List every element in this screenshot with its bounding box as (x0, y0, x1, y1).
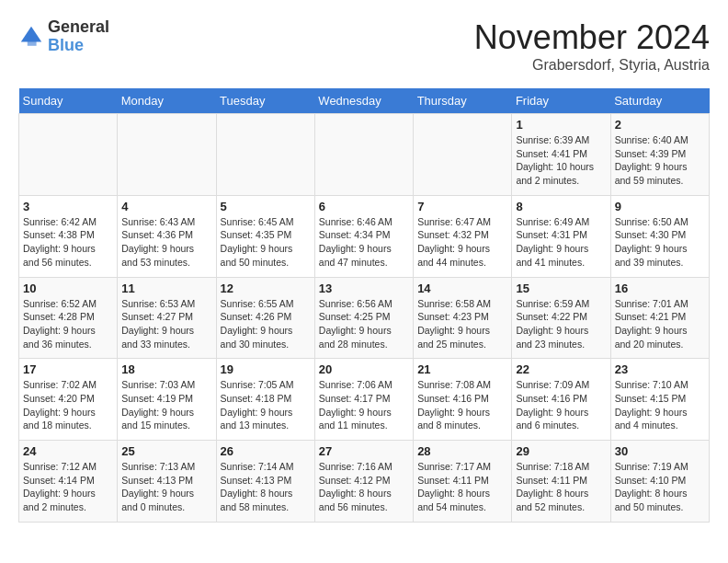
day-number: 27 (319, 444, 409, 458)
day-info: Sunrise: 6:58 AM Sunset: 4:23 PM Dayligh… (417, 297, 507, 351)
day-info: Sunrise: 6:53 AM Sunset: 4:27 PM Dayligh… (121, 297, 211, 351)
calendar-cell: 13Sunrise: 6:56 AM Sunset: 4:25 PM Dayli… (314, 277, 413, 359)
calendar-cell (118, 114, 216, 196)
day-number: 7 (417, 200, 507, 213)
day-info: Sunrise: 7:09 AM Sunset: 4:16 PM Dayligh… (516, 378, 606, 432)
day-info: Sunrise: 7:13 AM Sunset: 4:13 PM Dayligh… (121, 460, 211, 514)
calendar-cell: 26Sunrise: 7:14 AM Sunset: 4:13 PM Dayli… (216, 441, 314, 523)
calendar-body: 1Sunrise: 6:39 AM Sunset: 4:41 PM Daylig… (19, 114, 710, 523)
day-info: Sunrise: 6:42 AM Sunset: 4:38 PM Dayligh… (23, 215, 113, 270)
day-number: 8 (516, 200, 606, 213)
day-info: Sunrise: 6:47 AM Sunset: 4:32 PM Dayligh… (417, 215, 507, 270)
day-number: 20 (319, 362, 409, 376)
calendar-cell (216, 114, 314, 196)
page-header: General Blue November 2024 Grabersdorf, … (18, 18, 710, 74)
weekday-header-thursday: Thursday (414, 88, 512, 114)
calendar-cell: 22Sunrise: 7:09 AM Sunset: 4:16 PM Dayli… (512, 359, 610, 441)
day-number: 29 (516, 444, 606, 458)
day-number: 30 (615, 444, 705, 458)
logo: General Blue (18, 18, 109, 55)
week-row-1: 1Sunrise: 6:39 AM Sunset: 4:41 PM Daylig… (19, 114, 710, 196)
calendar-cell: 21Sunrise: 7:08 AM Sunset: 4:16 PM Dayli… (414, 359, 512, 441)
day-number: 22 (516, 362, 606, 376)
calendar-cell: 12Sunrise: 6:55 AM Sunset: 4:26 PM Dayli… (216, 277, 314, 359)
calendar-header: SundayMondayTuesdayWednesdayThursdayFrid… (19, 88, 710, 114)
day-number: 2 (615, 118, 705, 132)
calendar-cell: 15Sunrise: 6:59 AM Sunset: 4:22 PM Dayli… (512, 277, 610, 359)
day-info: Sunrise: 7:10 AM Sunset: 4:15 PM Dayligh… (615, 378, 705, 432)
month-title: November 2024 (474, 18, 710, 57)
calendar-cell: 4Sunrise: 6:43 AM Sunset: 4:36 PM Daylig… (118, 195, 216, 277)
calendar-cell: 9Sunrise: 6:50 AM Sunset: 4:30 PM Daylig… (610, 195, 709, 277)
weekday-header-wednesday: Wednesday (314, 88, 413, 114)
day-info: Sunrise: 6:45 AM Sunset: 4:35 PM Dayligh… (221, 215, 311, 270)
day-number: 3 (23, 200, 113, 213)
calendar-cell: 19Sunrise: 7:05 AM Sunset: 4:18 PM Dayli… (216, 359, 314, 441)
day-number: 24 (23, 444, 113, 458)
day-info: Sunrise: 6:46 AM Sunset: 4:34 PM Dayligh… (319, 215, 409, 270)
day-number: 14 (417, 282, 507, 295)
weekday-header-tuesday: Tuesday (216, 88, 314, 114)
day-info: Sunrise: 6:40 AM Sunset: 4:39 PM Dayligh… (615, 133, 705, 188)
calendar-table: SundayMondayTuesdayWednesdayThursdayFrid… (18, 88, 710, 523)
day-info: Sunrise: 7:01 AM Sunset: 4:21 PM Dayligh… (615, 297, 705, 351)
calendar-cell: 14Sunrise: 6:58 AM Sunset: 4:23 PM Dayli… (414, 277, 512, 359)
day-info: Sunrise: 7:08 AM Sunset: 4:16 PM Dayligh… (417, 378, 507, 432)
calendar-cell: 23Sunrise: 7:10 AM Sunset: 4:15 PM Dayli… (610, 359, 709, 441)
day-number: 16 (615, 282, 705, 295)
day-info: Sunrise: 6:50 AM Sunset: 4:30 PM Dayligh… (615, 215, 705, 270)
calendar-cell: 11Sunrise: 6:53 AM Sunset: 4:27 PM Dayli… (118, 277, 216, 359)
day-number: 19 (221, 362, 311, 376)
calendar-cell: 16Sunrise: 7:01 AM Sunset: 4:21 PM Dayli… (610, 277, 709, 359)
logo-blue: Blue (48, 36, 84, 54)
calendar-cell: 5Sunrise: 6:45 AM Sunset: 4:35 PM Daylig… (216, 195, 314, 277)
day-info: Sunrise: 6:55 AM Sunset: 4:26 PM Dayligh… (221, 297, 311, 351)
day-number: 13 (319, 282, 409, 295)
calendar-cell (414, 114, 512, 196)
calendar-cell: 7Sunrise: 6:47 AM Sunset: 4:32 PM Daylig… (414, 195, 512, 277)
location: Grabersdorf, Styria, Austria (474, 57, 710, 74)
weekday-row: SundayMondayTuesdayWednesdayThursdayFrid… (19, 88, 710, 114)
day-info: Sunrise: 6:49 AM Sunset: 4:31 PM Dayligh… (516, 215, 606, 270)
day-info: Sunrise: 7:14 AM Sunset: 4:13 PM Dayligh… (221, 460, 311, 514)
week-row-4: 17Sunrise: 7:02 AM Sunset: 4:20 PM Dayli… (19, 359, 710, 441)
calendar-cell: 6Sunrise: 6:46 AM Sunset: 4:34 PM Daylig… (314, 195, 413, 277)
day-info: Sunrise: 7:05 AM Sunset: 4:18 PM Dayligh… (221, 378, 311, 432)
calendar-cell: 25Sunrise: 7:13 AM Sunset: 4:13 PM Dayli… (118, 441, 216, 523)
day-info: Sunrise: 6:59 AM Sunset: 4:22 PM Dayligh… (516, 297, 606, 351)
weekday-header-sunday: Sunday (19, 88, 118, 114)
day-number: 12 (221, 282, 311, 295)
day-number: 1 (516, 118, 606, 132)
title-block: November 2024 Grabersdorf, Styria, Austr… (474, 18, 710, 74)
calendar-cell: 29Sunrise: 7:18 AM Sunset: 4:11 PM Dayli… (512, 441, 610, 523)
day-info: Sunrise: 7:03 AM Sunset: 4:19 PM Dayligh… (121, 378, 211, 432)
day-number: 5 (221, 200, 311, 213)
day-info: Sunrise: 7:18 AM Sunset: 4:11 PM Dayligh… (516, 460, 606, 514)
day-number: 26 (221, 444, 311, 458)
logo-general: General (48, 17, 109, 36)
day-info: Sunrise: 6:39 AM Sunset: 4:41 PM Dayligh… (516, 133, 606, 188)
day-info: Sunrise: 6:56 AM Sunset: 4:25 PM Dayligh… (319, 297, 409, 351)
day-number: 25 (121, 444, 211, 458)
week-row-3: 10Sunrise: 6:52 AM Sunset: 4:28 PM Dayli… (19, 277, 710, 359)
day-number: 18 (121, 362, 211, 376)
day-number: 23 (615, 362, 705, 376)
day-number: 10 (23, 282, 113, 295)
calendar-cell: 1Sunrise: 6:39 AM Sunset: 4:41 PM Daylig… (512, 114, 610, 196)
svg-marker-1 (28, 35, 37, 45)
calendar-cell: 30Sunrise: 7:19 AM Sunset: 4:10 PM Dayli… (610, 441, 709, 523)
day-info: Sunrise: 7:17 AM Sunset: 4:11 PM Dayligh… (417, 460, 507, 514)
logo-icon (18, 24, 44, 50)
day-number: 9 (615, 200, 705, 213)
day-info: Sunrise: 6:52 AM Sunset: 4:28 PM Dayligh… (23, 297, 113, 351)
calendar-cell: 27Sunrise: 7:16 AM Sunset: 4:12 PM Dayli… (314, 441, 413, 523)
calendar-cell: 18Sunrise: 7:03 AM Sunset: 4:19 PM Dayli… (118, 359, 216, 441)
week-row-2: 3Sunrise: 6:42 AM Sunset: 4:38 PM Daylig… (19, 195, 710, 277)
weekday-header-saturday: Saturday (610, 88, 709, 114)
day-info: Sunrise: 6:43 AM Sunset: 4:36 PM Dayligh… (121, 215, 211, 270)
logo-text: General Blue (48, 18, 109, 55)
day-info: Sunrise: 7:02 AM Sunset: 4:20 PM Dayligh… (23, 378, 113, 432)
weekday-header-monday: Monday (118, 88, 216, 114)
day-number: 28 (417, 444, 507, 458)
day-number: 4 (121, 200, 211, 213)
